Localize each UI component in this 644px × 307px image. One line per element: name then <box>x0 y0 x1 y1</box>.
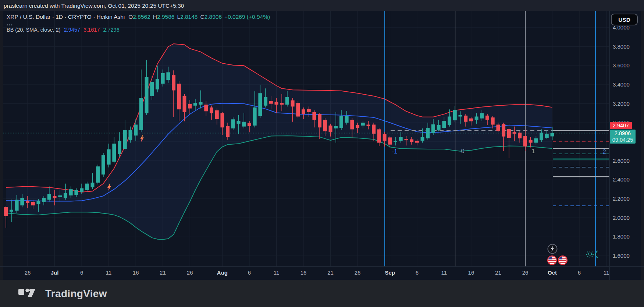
currency-button[interactable]: USD <box>611 14 638 25</box>
time-axis-label: 6 <box>80 269 83 276</box>
ohlc-label: H <box>153 14 157 20</box>
time-axis-label: 11 <box>106 269 112 276</box>
price-badge-secondary: 2.9407 <box>610 122 632 129</box>
time-axis-label: 26 <box>355 269 361 276</box>
tradingview-logo-icon[interactable] <box>18 287 41 298</box>
sequence-marker: -1 <box>392 148 398 155</box>
price-axis-label: 2.6000 <box>613 158 630 164</box>
price-axis-label: 1.8000 <box>613 233 630 240</box>
symbol-row: XRP / U.S. Dollar · 1D · CRYPTO · Heikin… <box>7 14 270 20</box>
time-axis-label: 16 <box>300 269 307 276</box>
indicator-value: 2.7296 <box>103 27 119 33</box>
time-axis-label: 11 <box>441 269 447 276</box>
ohlc-value: 2.8148 <box>180 14 198 20</box>
price-axis-label: 3.4000 <box>613 81 630 88</box>
indicator-value: 3.1617 <box>83 27 100 33</box>
sequence-marker: 1 <box>531 148 535 154</box>
price-axis-label: 2.4000 <box>613 176 630 183</box>
ohlc-value: 2.8906 <box>204 14 222 20</box>
symbol-title[interactable]: XRP / U.S. Dollar · 1D · CRYPTO · Heikin… <box>7 14 125 20</box>
legend: XRP / U.S. Dollar · 1D · CRYPTO · Heikin… <box>7 14 270 33</box>
us-flag-event-icon <box>558 256 567 265</box>
time-axis-label: 6 <box>578 269 581 276</box>
price-axis-label: 3.2000 <box>613 100 630 107</box>
change-value: +0.0269 (+0.94%) <box>224 14 270 20</box>
time-axis-label: 21 <box>495 269 501 276</box>
brand-wordmark[interactable]: TradingView <box>45 288 107 300</box>
ohlc-value: 2.9586 <box>157 14 174 20</box>
time-axis-label: Aug <box>217 269 228 276</box>
attribution-bar: praslearn created with TradingView.com, … <box>0 0 644 11</box>
time-axis-label: 21 <box>327 269 334 276</box>
time-axis-label: 26 <box>25 269 31 276</box>
price-axis-label: 3.8000 <box>613 43 630 50</box>
indicator-row: BB (20, SMA, close, 2)2.94573.16172.7296 <box>7 27 270 33</box>
chart-canvas[interactable]: -10124.00003.80003.60003.40003.20003.000… <box>0 0 644 307</box>
time-axis-label: 16 <box>133 269 139 276</box>
ohlc-label: L <box>177 14 180 20</box>
price-axis-label: 3.6000 <box>613 62 630 68</box>
price-badge-last: 2.8906 09:04:25 <box>610 130 636 144</box>
ohlc-label: C <box>200 14 204 20</box>
sequence-marker: 0 <box>461 148 464 154</box>
indicator-values: 2.94573.16172.7296 <box>61 27 120 33</box>
time-axis-label: Sep <box>385 269 395 276</box>
price-axis-label: 2.0000 <box>613 215 630 221</box>
attribution-text: praslearn created with TradingView.com, … <box>0 0 644 11</box>
time-axis-label: Jul <box>51 269 59 276</box>
time-axis-label: 6 <box>248 269 251 276</box>
indicator-title[interactable]: BB (20, SMA, close, 2) <box>7 27 61 33</box>
time-axis-label: 21 <box>160 269 166 276</box>
sequence-marker: 2 <box>602 148 606 155</box>
ohlc-values: O2.8562H2.9586L2.8148C2.8906 <box>128 14 224 20</box>
last-price-value: 2.8906 <box>610 130 636 137</box>
time-axis-label: 26 <box>187 269 193 276</box>
time-axis-label: 6 <box>416 269 419 276</box>
time-axis-label: 16 <box>468 269 474 276</box>
ohlc-label: O <box>128 14 133 20</box>
time-axis-label: 26 <box>522 269 529 276</box>
tradingview-snapshot: -10124.00003.80003.60003.40003.20003.000… <box>0 0 644 307</box>
time-axis-label: Oct <box>548 269 557 276</box>
legend-more-toggle[interactable]: ... <box>7 21 270 26</box>
bar-countdown: 09:04:25 <box>610 137 636 143</box>
price-axis-label: 2.2000 <box>613 195 630 202</box>
us-flag-event-icon <box>548 256 556 265</box>
time-axis-label: 11 <box>274 269 280 276</box>
ohlc-value: 2.8562 <box>133 14 150 20</box>
indicator-value: 2.9457 <box>64 27 80 33</box>
price-axis-label: 1.6000 <box>613 253 630 259</box>
time-axis-label: 11 <box>604 269 609 276</box>
